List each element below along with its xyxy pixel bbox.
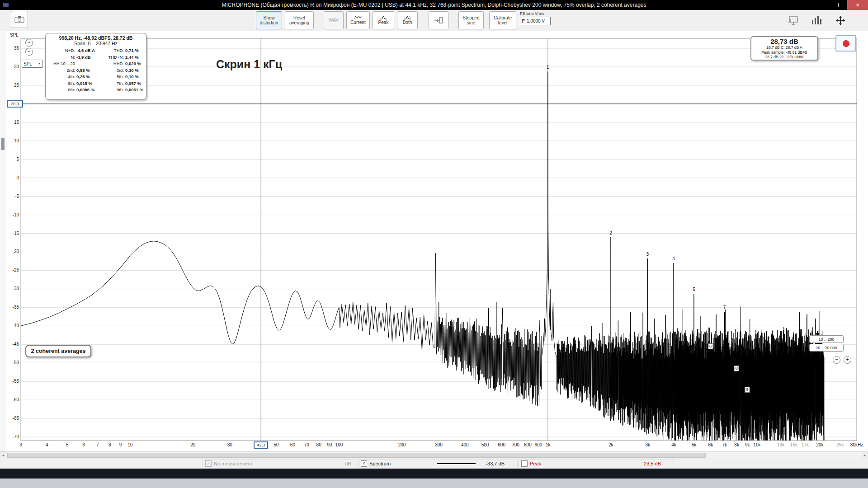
readout-value: 2,44 % — [125, 55, 147, 60]
close-button[interactable]: × — [847, 0, 868, 10]
x-tick-label: 60 — [290, 442, 295, 447]
snapshot-button[interactable] — [11, 11, 28, 28]
toolbar: Show distortion Reset averaging WAV Curr… — [0, 10, 868, 31]
import-arrow-icon — [434, 17, 443, 24]
y-axis-unit-label: SPL — [10, 33, 19, 38]
x-tick-label: 50 — [274, 442, 278, 447]
x-tick-label: 30 — [227, 442, 232, 447]
peak-spectrum-button[interactable]: Peak — [373, 11, 394, 29]
y-tick-label: 25 — [5, 83, 19, 88]
record-button[interactable] — [835, 35, 856, 52]
minimize-button[interactable] — [820, 0, 834, 10]
pan-zoom-button[interactable] — [830, 14, 851, 27]
x-tick-label: 15k — [790, 442, 797, 447]
scale-select[interactable]: SPL ▼ — [22, 60, 42, 68]
x-tick-label: 700 — [512, 442, 519, 447]
vertical-scrollbar[interactable] — [0, 31, 6, 451]
freq-cursor-value[interactable]: 42,3 — [254, 441, 268, 449]
horizontal-scrollbar[interactable]: ◄ ► — [0, 451, 868, 458]
no-measurement-checkbox[interactable]: ✓ — [205, 460, 212, 467]
x-tick-label: 7k — [722, 442, 727, 447]
plus-icon: + — [846, 357, 849, 362]
x-tick-label: 5 — [66, 442, 69, 447]
readout-value: 0,58 % — [76, 68, 102, 73]
close-icon: × — [856, 1, 859, 9]
show-distortion-button[interactable]: Show distortion — [256, 11, 282, 29]
zoom-out-y-button[interactable]: − — [25, 48, 33, 56]
stepped-sine-button[interactable]: Stepped sine — [458, 11, 484, 29]
bottom-edge-strip — [0, 479, 868, 488]
scroll-right-icon: ► — [863, 454, 867, 457]
readout-value: 0,0051 % — [125, 87, 147, 92]
scroll-right-button[interactable]: ► — [862, 452, 868, 458]
range-10-200-button[interactable]: 10 .. 200 — [809, 335, 844, 343]
wav-button[interactable]: WAV — [324, 11, 344, 29]
readout-value: 0,30 % — [125, 68, 147, 73]
db-unit-label: dB — [345, 461, 351, 466]
range-20-20000-button[interactable]: 20 .. 20 000 — [809, 344, 844, 352]
level-bandwidth-value: 28,7 dB 22 - 22k UNW — [752, 55, 817, 60]
harmonic-label-5: 5 — [693, 287, 695, 292]
y-tick-label: -15 — [5, 231, 19, 236]
harmonic-label-8: 8 — [734, 366, 739, 371]
x-tick-label: 4 — [46, 442, 48, 447]
y-tick-label: 15 — [5, 120, 19, 125]
harmonic-label-7: 7 — [723, 305, 726, 310]
current-spectrum-button[interactable]: Current — [346, 11, 370, 29]
maximize-button[interactable] — [834, 0, 847, 10]
readout-label: THD: — [102, 48, 125, 53]
readout-value: 0,10 % — [125, 74, 147, 79]
spectrum-checkbox[interactable]: ✓ — [361, 460, 367, 467]
harmonic-label-3: 3 — [646, 252, 649, 257]
x-tick-label: 4k — [671, 442, 676, 447]
level-cursor-value[interactable]: 20,0 — [7, 100, 23, 108]
reset-averaging-button[interactable]: Reset averaging — [285, 11, 314, 29]
y-tick-label: 10 — [5, 138, 19, 143]
x-tick-label: 400 — [461, 442, 469, 447]
readout-label: HHD: — [102, 61, 125, 66]
harmonic-label-4: 4 — [672, 256, 675, 261]
x-tick-label: 600 — [498, 442, 505, 447]
spectrum-status-group: ✓ Spectrum -33,7 dB — [358, 460, 518, 467]
minimize-icon — [825, 7, 829, 7]
minus-icon: − — [835, 357, 838, 362]
cursor-readout: 998,20 Hz, -48,92 dBFS, 28,72 dB — [48, 35, 143, 41]
readout-label: 3rd: — [102, 68, 125, 73]
x-tick-label: 80 — [316, 442, 321, 447]
y-tick-label: -30 — [5, 286, 19, 291]
x-tick-label: 8 — [108, 442, 111, 447]
readout-label: 9th: — [102, 87, 125, 92]
scroll-left-icon: ◄ — [2, 454, 5, 457]
vertical-scrollbar-thumb[interactable] — [1, 138, 5, 150]
x-tick-label: 7 — [96, 442, 99, 447]
both-curves-icon — [403, 15, 411, 19]
peak-curve-icon — [379, 15, 387, 19]
y-tick-label: -45 — [5, 342, 19, 347]
x-tick-label: 20k — [816, 442, 824, 447]
levels-button[interactable] — [808, 14, 825, 27]
zoom-in-x-button[interactable]: + — [844, 356, 851, 364]
y-tick-label: -65 — [5, 416, 19, 421]
zoom-in-y-button[interactable]: + — [25, 39, 33, 47]
x-tick-label: 10 — [127, 442, 132, 447]
status-bar: ✓ No measurement dB ✓ Spectrum -33,7 dB … — [0, 459, 868, 469]
send-to-display-button[interactable] — [784, 14, 802, 27]
span-readout: Span: 0 .. 20 947 Hz — [48, 41, 143, 46]
transfer-button[interactable] — [429, 11, 448, 29]
scroll-left-button[interactable]: ◄ — [0, 452, 6, 458]
x-tick-label: 900 — [535, 442, 542, 447]
zoom-out-x-button[interactable]: − — [833, 356, 840, 364]
calibrate-level-button[interactable]: Calibrate level — [489, 11, 516, 29]
both-spectra-button[interactable]: Both — [397, 11, 418, 29]
y-tick-label: -35 — [5, 305, 19, 310]
readout-label: 4th: — [48, 74, 76, 79]
level-readout-box: 28,73 dB 28,7 dB C, 28,7 dB A Peak sampl… — [750, 36, 818, 61]
x-tick-label: 2k — [609, 442, 613, 447]
y-tick-label: 0 — [5, 175, 19, 180]
x-tick-label: 9 — [119, 442, 122, 447]
peak-checkbox[interactable] — [521, 460, 528, 467]
horizontal-scrollbar-thumb[interactable] — [7, 453, 706, 458]
fs-sine-combo[interactable]: 1,0000 V — [520, 17, 551, 25]
readout-label: N: — [48, 55, 76, 60]
measurement-status-group: ✓ No measurement dB — [203, 460, 357, 467]
